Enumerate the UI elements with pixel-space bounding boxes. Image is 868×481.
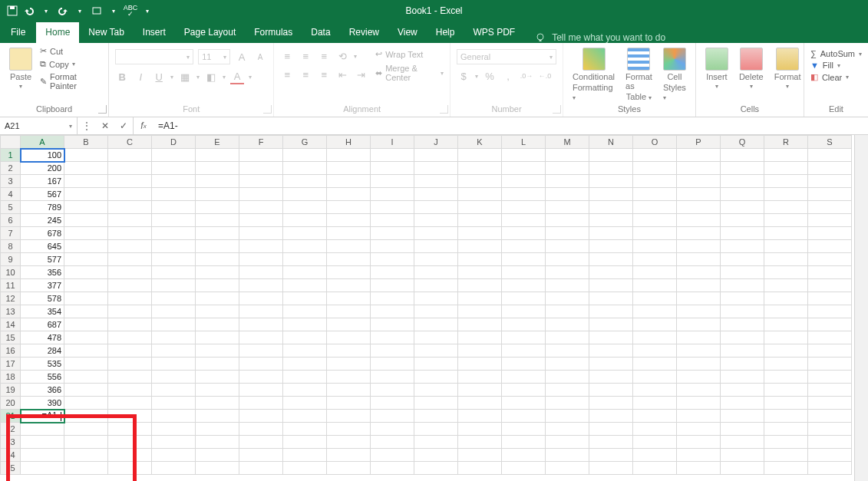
cell-O24[interactable]	[633, 449, 677, 462]
cell-S18[interactable]	[808, 371, 852, 384]
cell-O9[interactable]	[633, 253, 677, 266]
cell-J1[interactable]	[414, 149, 458, 162]
number-format-select[interactable]: General▾	[457, 49, 556, 64]
cell-L23[interactable]	[502, 436, 546, 449]
cell-I5[interactable]	[371, 201, 414, 214]
cell-K25[interactable]	[458, 462, 502, 475]
cell-D7[interactable]	[152, 227, 196, 240]
cell-C2[interactable]	[108, 162, 152, 175]
cell-D10[interactable]	[152, 266, 196, 279]
cell-H22[interactable]	[327, 423, 371, 436]
cell-M4[interactable]	[546, 188, 589, 201]
cell-D15[interactable]	[152, 331, 196, 344]
undo-dropdown-icon[interactable]: ▾	[40, 5, 52, 17]
cell-H14[interactable]	[327, 318, 371, 331]
cell-N25[interactable]	[589, 462, 633, 475]
format-painter-button[interactable]: ✎Format Painter	[40, 72, 102, 91]
cell-F17[interactable]	[239, 357, 283, 371]
cancel-formula-icon[interactable]: ✕	[96, 120, 114, 131]
cell-E21[interactable]	[196, 410, 239, 423]
col-header-I[interactable]: I	[371, 136, 414, 149]
cell-O4[interactable]	[633, 188, 677, 201]
cell-O14[interactable]	[633, 318, 677, 331]
conditional-formatting-button[interactable]: ConditionalFormatting ▾	[569, 48, 618, 101]
cell-C4[interactable]	[108, 188, 152, 201]
cell-A12[interactable]: 578	[21, 292, 64, 305]
align-top-icon[interactable]: ≡	[280, 49, 294, 63]
cell-B14[interactable]	[64, 318, 108, 331]
cell-O19[interactable]	[633, 384, 677, 397]
cell-H7[interactable]	[327, 227, 371, 240]
cell-N11[interactable]	[589, 279, 633, 292]
cell-M14[interactable]	[546, 318, 589, 331]
cell-I20[interactable]	[371, 397, 414, 410]
cell-S2[interactable]	[808, 162, 852, 175]
paste-button[interactable]: Paste ▾	[6, 48, 35, 90]
cell-A1[interactable]: 100	[21, 149, 64, 162]
cell-O10[interactable]	[633, 266, 677, 279]
cell-D24[interactable]	[152, 449, 196, 462]
row-header-3[interactable]: 3	[1, 175, 21, 188]
cell-O18[interactable]	[633, 371, 677, 384]
cell-B11[interactable]	[64, 279, 108, 292]
cell-G13[interactable]	[283, 305, 327, 318]
row-header-7[interactable]: 7	[1, 227, 21, 240]
cell-M17[interactable]	[546, 357, 589, 371]
cut-button[interactable]: ✂Cut	[40, 46, 102, 56]
cell-E1[interactable]	[196, 149, 239, 162]
row-header-9[interactable]: 9	[1, 253, 21, 266]
cell-S25[interactable]	[808, 462, 852, 475]
cell-B23[interactable]	[64, 436, 108, 449]
cell-I23[interactable]	[371, 436, 414, 449]
cell-N6[interactable]	[589, 214, 633, 227]
cell-N7[interactable]	[589, 227, 633, 240]
row-header-11[interactable]: 11	[1, 279, 21, 292]
cell-P24[interactable]	[677, 449, 721, 462]
cell-G2[interactable]	[283, 162, 327, 175]
cell-C18[interactable]	[108, 371, 152, 384]
cell-R13[interactable]	[764, 305, 808, 318]
cell-P7[interactable]	[677, 227, 721, 240]
cell-M13[interactable]	[546, 305, 589, 318]
cell-J24[interactable]	[414, 449, 458, 462]
cell-K1[interactable]	[458, 149, 502, 162]
font-size-select[interactable]: 11▾	[198, 49, 230, 64]
cell-E7[interactable]	[196, 227, 239, 240]
cell-R11[interactable]	[764, 279, 808, 292]
cell-L25[interactable]	[502, 462, 546, 475]
cell-J20[interactable]	[414, 397, 458, 410]
cell-L7[interactable]	[502, 227, 546, 240]
col-header-H[interactable]: H	[327, 136, 371, 149]
cell-I16[interactable]	[371, 344, 414, 357]
cell-G24[interactable]	[283, 449, 327, 462]
cell-B18[interactable]	[64, 371, 108, 384]
cell-K24[interactable]	[458, 449, 502, 462]
cell-R20[interactable]	[764, 397, 808, 410]
cell-I19[interactable]	[371, 384, 414, 397]
col-header-A[interactable]: A	[21, 136, 64, 149]
cell-I2[interactable]	[371, 162, 414, 175]
cell-M3[interactable]	[546, 175, 589, 188]
cell-N4[interactable]	[589, 188, 633, 201]
cell-P21[interactable]	[677, 410, 721, 423]
cell-S1[interactable]	[808, 149, 852, 162]
cell-B7[interactable]	[64, 227, 108, 240]
cell-G23[interactable]	[283, 436, 327, 449]
cell-S21[interactable]	[808, 410, 852, 423]
cell-K11[interactable]	[458, 279, 502, 292]
cell-B24[interactable]	[64, 449, 108, 462]
cell-Q3[interactable]	[721, 175, 764, 188]
cell-R19[interactable]	[764, 384, 808, 397]
cell-K10[interactable]	[458, 266, 502, 279]
cell-F23[interactable]	[239, 436, 283, 449]
cell-D17[interactable]	[152, 357, 196, 371]
cell-O20[interactable]	[633, 397, 677, 410]
cell-Q5[interactable]	[721, 201, 764, 214]
cell-S17[interactable]	[808, 357, 852, 371]
cell-F24[interactable]	[239, 449, 283, 462]
cell-F3[interactable]	[239, 175, 283, 188]
cell-G16[interactable]	[283, 344, 327, 357]
cell-Q15[interactable]	[721, 331, 764, 344]
cell-Q13[interactable]	[721, 305, 764, 318]
cell-R9[interactable]	[764, 253, 808, 266]
